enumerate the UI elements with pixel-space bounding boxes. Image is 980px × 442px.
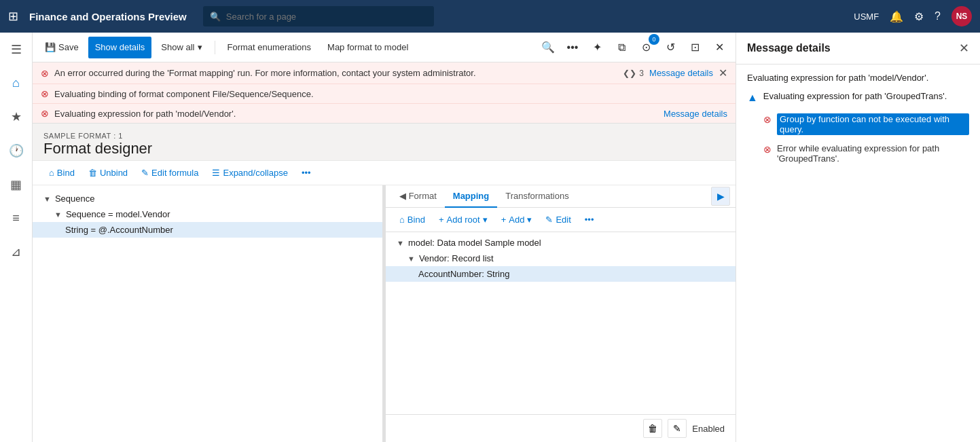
search-icon: 🔍: [210, 12, 221, 22]
add-root-chevron: ▾: [483, 215, 488, 225]
refresh-button[interactable]: ↺: [659, 37, 681, 58]
model-tree-root[interactable]: ▼ model: Data model Sample model: [386, 235, 736, 251]
show-all-button[interactable]: Show all ▾: [154, 37, 208, 58]
panel-section-title: Evaluating expression for path 'GroupedT…: [763, 91, 947, 101]
edit-icon: ✎: [141, 168, 149, 178]
map-bind-icon: ⌂: [399, 215, 405, 225]
panel-expand-icon[interactable]: ▲: [747, 92, 758, 104]
model-tree-account[interactable]: AccountNumber: String: [386, 266, 736, 282]
error-icon-1: ⊗: [41, 68, 49, 79]
more-dt-button[interactable]: •••: [296, 165, 316, 181]
error-row-3: ⊗ Evaluating expression for path 'model/…: [33, 104, 736, 123]
search-input[interactable]: [226, 12, 427, 22]
left-sidebar: ☰ ⌂ ★ 🕐 ▦ ≡ ⊿: [0, 33, 33, 442]
expand-icon: ☰: [212, 168, 220, 178]
designer-title: Format designer: [43, 140, 725, 158]
tree-item-sequence[interactable]: ▼ Sequence: [33, 191, 382, 206]
panel-close-button[interactable]: ✕: [959, 41, 969, 56]
error-message-link-3[interactable]: Message details: [664, 109, 727, 119]
badge-wrap: ⊙ 0: [635, 37, 657, 58]
edit-status-button[interactable]: ✎: [668, 419, 687, 438]
model-expand-icon-2: ▼: [407, 255, 415, 263]
main-layout: ☰ ⌂ ★ 🕐 ▦ ≡ ⊿ 💾 Save Show details Show a…: [0, 33, 980, 442]
avatar[interactable]: NS: [951, 6, 972, 26]
sidebar-filter-icon[interactable]: ⊿: [7, 240, 25, 263]
edit-map-label: Edit: [556, 215, 570, 225]
sidebar-list-icon[interactable]: ≡: [8, 207, 24, 229]
error-area: ⊗ An error occurred during the 'Format m…: [33, 62, 736, 124]
toolbar: 💾 Save Show details Show all ▾ Format en…: [33, 33, 736, 62]
more-options-button[interactable]: •••: [562, 37, 583, 58]
designer-area: SAMPLE FORMAT : 1 Format designer ⌂ Bind…: [33, 124, 736, 442]
sidebar-home-icon[interactable]: ☰: [7, 38, 26, 61]
add-root-button[interactable]: + Add root ▾: [433, 212, 493, 227]
settings-icon[interactable]: ⚙: [914, 10, 924, 23]
add-root-label: Add root: [446, 215, 479, 225]
tree-expand-icon-2: ▼: [54, 210, 62, 219]
expand-collapse-label: Expand/collapse: [223, 168, 287, 178]
panel-body: Evaluating expression for path 'model/Ve…: [736, 65, 980, 442]
model-tree-vendor[interactable]: ▼ Vendor: Record list: [386, 251, 736, 266]
error-message-link-1[interactable]: Message details: [649, 68, 713, 78]
expand-collapse-button[interactable]: ☰ Expand/collapse: [206, 165, 293, 181]
unbind-button[interactable]: 🗑 Unbind: [83, 165, 133, 181]
add-icon: +: [501, 215, 507, 225]
delete-status-button[interactable]: 🗑: [643, 419, 662, 438]
format-enumerations-button[interactable]: Format enumerations: [221, 37, 319, 58]
model-tree: ▼ model: Data model Sample model ▼ Vendo…: [386, 232, 736, 414]
error-text-1: An error occurred during the 'Format map…: [54, 68, 617, 78]
save-button[interactable]: 💾 Save: [38, 37, 86, 58]
tab-mapping[interactable]: Mapping: [445, 185, 497, 208]
more-map-button[interactable]: •••: [579, 212, 600, 227]
unbind-icon: 🗑: [88, 168, 97, 178]
top-navigation: ⊞ Finance and Operations Preview 🔍 USMF …: [0, 0, 980, 33]
sidebar-star-icon[interactable]: ★: [7, 105, 26, 128]
sidebar-favorites-icon[interactable]: ⌂: [8, 72, 24, 94]
model-item-label-3: AccountNumber: String: [418, 269, 509, 279]
error-count-number: 3: [639, 69, 644, 78]
map-format-to-model-button[interactable]: Map format to model: [321, 37, 415, 58]
sidebar-calendar-icon[interactable]: ▦: [6, 173, 26, 196]
sample-label: SAMPLE FORMAT : 1: [43, 132, 725, 140]
new-window-button[interactable]: ⊡: [684, 37, 706, 58]
panel-path-text: Evaluating expression for path 'model/Ve…: [747, 73, 969, 83]
tab-format-label: ◀: [399, 191, 409, 201]
tree-item-label-3: String = @.AccountNumber: [65, 225, 173, 235]
bottom-bar: 🗑 ✎ Enabled: [386, 414, 736, 442]
share-icon-button[interactable]: ⧉: [611, 37, 632, 58]
panel-error-icon-1: ⊗: [763, 114, 772, 125]
tab-transformations[interactable]: Transformations: [497, 185, 577, 208]
content-area: 💾 Save Show details Show all ▾ Format en…: [33, 33, 736, 442]
tree-item-label-1: Sequence: [55, 194, 95, 204]
search-toolbar-button[interactable]: 🔍: [537, 37, 559, 58]
bell-icon[interactable]: 🔔: [890, 10, 903, 23]
save-icon: 💾: [45, 42, 56, 52]
tab-format[interactable]: ◀ Format: [391, 185, 445, 208]
message-details-panel: Message details ✕ Evaluating expression …: [736, 33, 980, 442]
mapping-pane: ◀ Format Mapping Transformations ▶ ⌂ Bi: [385, 185, 736, 442]
add-chevron: ▾: [527, 215, 532, 225]
grid-icon[interactable]: ⊞: [8, 9, 18, 24]
show-all-chevron-icon: ▾: [198, 42, 202, 52]
bind-button[interactable]: ⌂ Bind: [43, 165, 80, 181]
model-item-label-2: Vendor: Record list: [419, 253, 494, 263]
add-button[interactable]: + Add ▾: [496, 212, 538, 227]
tree-item-string[interactable]: String = @.AccountNumber: [33, 222, 382, 238]
edit-formula-button[interactable]: ✎ Edit formula: [136, 165, 204, 181]
edit-map-button[interactable]: ✎ Edit: [540, 212, 576, 227]
show-details-button[interactable]: Show details: [88, 37, 152, 58]
format-enumerations-label: Format enumerations: [228, 42, 312, 52]
connection-icon-button[interactable]: ✦: [586, 37, 608, 58]
toolbar-divider-1: [215, 41, 215, 54]
enabled-status: Enabled: [692, 424, 725, 434]
sidebar-recent-icon[interactable]: 🕐: [5, 139, 28, 162]
tree-item-sequence-vendor[interactable]: ▼ Sequence = model.Vendor: [33, 206, 382, 222]
map-format-label: Map format to model: [327, 42, 408, 52]
bind-icon: ⌂: [49, 168, 54, 178]
map-bind-button[interactable]: ⌂ Bind: [394, 212, 431, 227]
designer-header: SAMPLE FORMAT : 1 Format designer: [33, 124, 736, 160]
help-icon[interactable]: ?: [934, 10, 941, 22]
tab-nav-button[interactable]: ▶: [711, 187, 730, 206]
error-close-button[interactable]: ✕: [719, 67, 727, 79]
close-designer-button[interactable]: ✕: [708, 37, 730, 58]
